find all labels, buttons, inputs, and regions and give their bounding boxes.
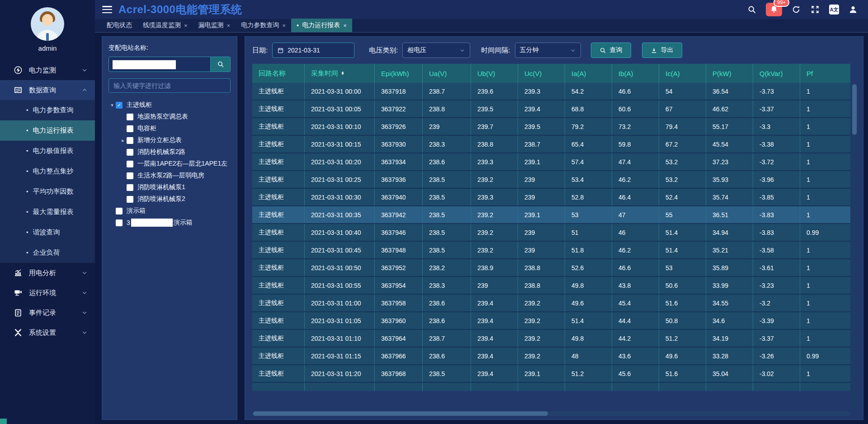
tab-0[interactable]: 配电状态 — [101, 19, 137, 32]
table-cell: 65.4 — [565, 136, 612, 152]
close-icon[interactable]: × — [227, 22, 231, 29]
table-cell: 主进线柜 — [252, 365, 305, 382]
sidebar-subitem-1-2[interactable]: •电力极值报表 — [0, 141, 95, 161]
tree-node-4[interactable]: 消防栓机械泵2路 — [108, 146, 231, 158]
sidebar-subitem-1-0[interactable]: •电力参数查询 — [0, 100, 95, 120]
sidebar-subitem-1-3[interactable]: •电力整点集抄 — [0, 161, 95, 181]
tree-checkbox[interactable]: ✓ — [116, 102, 123, 109]
station-search-button[interactable] — [211, 57, 231, 72]
query-button[interactable]: 查询 — [591, 43, 631, 58]
notification-badge: 99+ — [774, 0, 789, 7]
date-picker[interactable]: 2021-03-31 — [272, 43, 354, 58]
voltage-select[interactable]: 相电压 — [402, 43, 470, 58]
tree-checkbox[interactable] — [127, 161, 133, 167]
translate-icon[interactable]: A文 — [829, 5, 839, 14]
table-row[interactable]: 主进线柜2021-03-31 00:253637936238.5239.2239… — [252, 171, 850, 189]
search-icon[interactable] — [747, 5, 757, 14]
sidebar-subitem-1-1[interactable]: •电力运行报表 — [0, 120, 95, 141]
sidebar-item-4[interactable]: 事件记录 — [0, 303, 95, 323]
menu-toggle-icon[interactable] — [102, 6, 112, 13]
table-row[interactable]: 主进线柜2021-03-31 00:103637926239239.7239.5… — [252, 118, 850, 136]
sidebar-item-3[interactable]: 运行环境 — [0, 283, 95, 303]
table-cell: -3.38 — [753, 136, 800, 152]
tree-node-3[interactable]: ▸新增分立柜总表 — [108, 134, 231, 146]
tree-node-5[interactable]: 一层南1APE2右—层北1APE1左 — [108, 158, 231, 170]
table-row[interactable]: 主进线柜2021-03-31 00:303637940238.5239.3239… — [252, 189, 850, 206]
tree-node-2[interactable]: 电容柜 — [108, 123, 231, 134]
column-header-5: Uc(V) — [518, 64, 565, 83]
table-row[interactable]: 主进线柜2021-03-31 00:003637918238.7239.6239… — [252, 83, 850, 100]
station-search-input[interactable] — [108, 57, 211, 72]
notifications-button[interactable]: 99+ — [766, 3, 782, 16]
tree-checkbox[interactable] — [127, 137, 133, 144]
tree-checkbox[interactable] — [127, 149, 133, 156]
close-icon[interactable]: × — [343, 22, 347, 29]
tab-1[interactable]: 线缆温度监测× — [137, 19, 193, 32]
table-row[interactable]: 主进线柜2021-03-31 01:153637966238.6239.4239… — [252, 348, 850, 365]
tree-node-1[interactable]: 地源热泵空调总表 — [108, 111, 231, 123]
vertical-scrollbar[interactable] — [852, 83, 857, 410]
close-icon[interactable]: × — [184, 22, 188, 29]
sidebar-subitem-1-4[interactable]: •平均功率因数 — [0, 181, 95, 202]
tree-checkbox[interactable] — [127, 184, 133, 191]
tree-node-9[interactable]: 演示箱 — [108, 205, 231, 217]
table-row[interactable]: 主进线柜2021-03-31 00:203637934238.6239.3239… — [252, 153, 850, 171]
fullscreen-icon[interactable] — [810, 5, 820, 14]
tree-node-8[interactable]: 消防喷淋机械泵2 — [108, 193, 231, 205]
refresh-icon[interactable] — [791, 5, 801, 14]
horizontal-scrollbar-thumb[interactable] — [253, 411, 548, 416]
tree-node-10[interactable]: 3演示箱 — [108, 217, 231, 229]
sidebar-item-0[interactable]: 电力监测 — [0, 60, 95, 80]
caret-right-icon[interactable]: ▸ — [119, 138, 127, 143]
table-row[interactable]: 主进线柜2021-03-31 00:353637942238.5239.2239… — [252, 206, 850, 224]
table-row[interactable]: 主进线柜2021-03-31 01:053637960238.6239.4239… — [252, 312, 850, 330]
sort-icon[interactable]: ▲▼ — [341, 71, 344, 76]
table-row[interactable]: 主进线柜2021-03-31 01:003637958238.6239.4239… — [252, 295, 850, 312]
tree-checkbox[interactable] — [116, 219, 123, 226]
tree-node-0[interactable]: ▾✓主进线柜 — [108, 99, 231, 111]
table-row[interactable]: 主进线柜2021-03-31 01:203637968238.5239.4239… — [252, 365, 850, 383]
horizontal-scrollbar[interactable] — [252, 411, 850, 416]
table-cell: 67 — [659, 100, 706, 117]
tree-checkbox[interactable] — [116, 208, 123, 214]
table-cell: 239.2 — [471, 206, 518, 223]
tree-filter-input[interactable] — [108, 78, 231, 93]
sidebar-item-1[interactable]: 数据查询 — [0, 80, 95, 100]
tab-2[interactable]: 漏电监测× — [193, 19, 236, 32]
close-icon[interactable]: × — [282, 22, 286, 29]
sidebar-item-2[interactable]: 用电分析 — [0, 263, 95, 283]
voltage-label: 电压类别: — [369, 46, 398, 55]
table-cell: 3637964 — [375, 330, 423, 347]
tree-checkbox[interactable] — [127, 172, 133, 179]
export-button[interactable]: 导出 — [642, 43, 682, 58]
vertical-scrollbar-thumb[interactable] — [852, 84, 857, 135]
tab-4[interactable]: ●电力运行报表× — [291, 19, 352, 32]
sidebar-subitem-1-6[interactable]: •谐波查询 — [0, 222, 95, 243]
sidebar-subitem-1-5[interactable]: •最大需量报表 — [0, 202, 95, 222]
table-row[interactable]: 主进线柜2021-03-31 00:053637922238.8239.5239… — [252, 100, 850, 118]
table-cell: 43.6 — [612, 348, 659, 364]
user-icon[interactable] — [848, 5, 858, 14]
tab-3[interactable]: 电力参数查询× — [236, 19, 291, 32]
table-row[interactable]: 主进线柜2021-03-31 00:453637948238.5239.2239… — [252, 242, 850, 259]
tree-node-7[interactable]: 消防喷淋机械泵1 — [108, 181, 231, 193]
table-row[interactable]: 主进线柜2021-03-31 00:503637952238.2238.9238… — [252, 259, 850, 277]
table-cell: 239.5 — [471, 100, 518, 117]
sidebar-subitem-1-7[interactable]: •企业负荷 — [0, 243, 95, 263]
table-row[interactable]: 主进线柜2021-03-31 00:553637954238.3239238.8… — [252, 277, 850, 295]
sidebar-subitem-label: 电力整点集抄 — [33, 167, 74, 176]
avatar-tie — [46, 33, 49, 41]
sidebar-item-5[interactable]: 系统设置 — [0, 323, 95, 343]
column-header-1[interactable]: 采集时间▲▼ — [305, 64, 375, 83]
tree-node-6[interactable]: 生活水泵2路—层弱电房 — [108, 170, 231, 181]
table-cell: 51.4 — [659, 224, 706, 241]
tree-checkbox[interactable] — [127, 125, 133, 132]
table-cell: -3.26 — [753, 348, 800, 364]
caret-down-icon[interactable]: ▾ — [108, 102, 116, 108]
tree-checkbox[interactable] — [127, 114, 133, 120]
table-row[interactable]: 主进线柜2021-03-31 01:103637964238.7239.4239… — [252, 330, 850, 348]
table-row[interactable]: 主进线柜2021-03-31 00:153637930238.3238.8238… — [252, 136, 850, 153]
table-row[interactable]: 主进线柜2021-03-31 00:403637946238.5239.2239… — [252, 224, 850, 242]
tree-checkbox[interactable] — [127, 196, 133, 203]
interval-select[interactable]: 五分钟 — [515, 43, 581, 58]
